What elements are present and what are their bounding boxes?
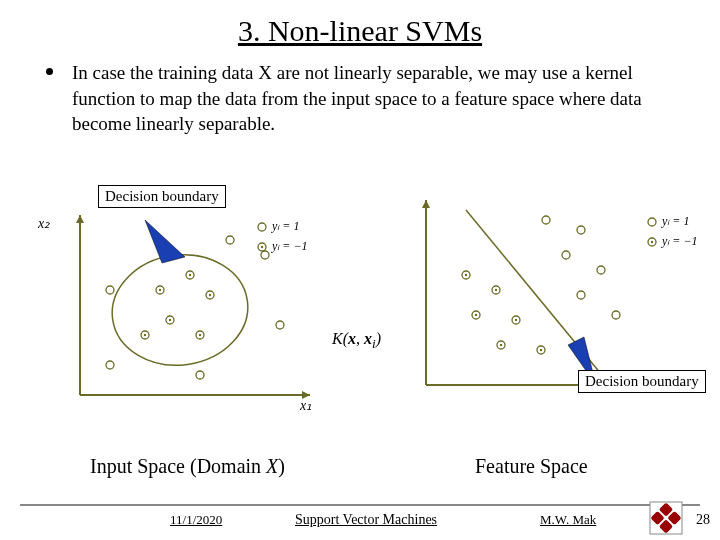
svg-point-36 xyxy=(577,291,585,299)
footer-page-number: 28 xyxy=(696,512,710,528)
svg-point-10 xyxy=(276,321,284,329)
svg-point-32 xyxy=(542,216,550,224)
axis-x2-label: x₂ xyxy=(38,215,50,232)
footer-divider xyxy=(20,504,700,506)
footer: 11/1/2020 Support Vector Machines M.W. M… xyxy=(0,504,720,540)
svg-point-35 xyxy=(597,266,605,274)
svg-point-24 xyxy=(258,223,266,231)
svg-point-20 xyxy=(199,334,201,336)
svg-point-33 xyxy=(577,226,585,234)
footer-title: Support Vector Machines xyxy=(295,512,437,528)
svg-point-8 xyxy=(106,361,114,369)
caption-feature-space: Feature Space xyxy=(475,455,588,478)
svg-point-34 xyxy=(562,251,570,259)
svg-point-14 xyxy=(189,274,191,276)
svg-point-51 xyxy=(648,218,656,226)
svg-point-39 xyxy=(465,274,467,276)
legend-neg-left: yᵢ = −1 xyxy=(272,239,308,254)
axis-x1-label: x₁ xyxy=(300,397,312,414)
body-text: In case the training data X are not line… xyxy=(72,62,642,134)
svg-point-5 xyxy=(226,236,234,244)
svg-marker-23 xyxy=(145,220,185,263)
svg-point-43 xyxy=(475,314,477,316)
legend-pos-right: yᵢ = 1 xyxy=(662,214,689,229)
legend-pos-left: yᵢ = 1 xyxy=(272,219,299,234)
svg-point-47 xyxy=(500,344,502,346)
svg-point-12 xyxy=(159,289,161,291)
decision-boundary-label-left: Decision boundary xyxy=(98,185,226,208)
svg-point-45 xyxy=(515,319,517,321)
body-paragraph: In case the training data X are not line… xyxy=(0,60,720,137)
svg-marker-3 xyxy=(76,215,84,223)
svg-point-53 xyxy=(651,241,653,243)
svg-point-49 xyxy=(540,349,542,351)
footer-date: 11/1/2020 xyxy=(170,512,222,528)
footer-author: M.W. Mak xyxy=(540,512,596,528)
svg-point-18 xyxy=(169,319,171,321)
diagram-area: x₂ x₁ yᵢ = 1 yᵢ = −1 Decision boundary K… xyxy=(0,175,720,475)
svg-point-7 xyxy=(106,286,114,294)
svg-point-37 xyxy=(612,311,620,319)
logo-icon xyxy=(648,500,684,536)
kernel-function-label: K(x, xi) xyxy=(332,330,381,352)
svg-point-4 xyxy=(105,246,255,374)
svg-point-16 xyxy=(209,294,211,296)
svg-point-41 xyxy=(495,289,497,291)
slide-title: 3. Non-linear SVMs xyxy=(0,0,720,60)
svg-point-26 xyxy=(261,246,263,248)
svg-marker-30 xyxy=(422,200,430,208)
caption-input-space: Input Space (Domain X) xyxy=(90,455,285,478)
svg-point-9 xyxy=(196,371,204,379)
legend-neg-right: yᵢ = −1 xyxy=(662,234,698,249)
svg-point-22 xyxy=(144,334,146,336)
decision-boundary-label-right: Decision boundary xyxy=(578,370,706,393)
bullet-icon xyxy=(46,68,53,75)
